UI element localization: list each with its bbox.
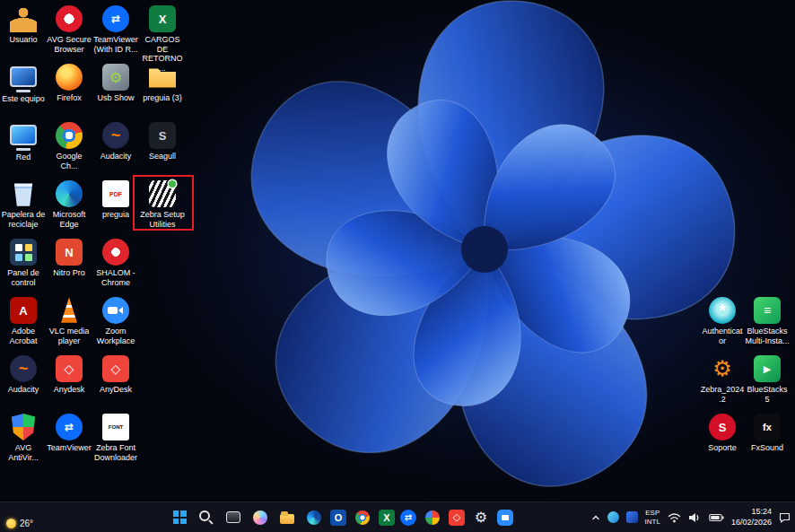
taskbar-excel-button[interactable]: X [379, 510, 395, 526]
chevron-up-icon[interactable] [591, 514, 600, 521]
clock[interactable]: 15:24 16/02/2026 [731, 507, 772, 528]
taskbar-copilot-button[interactable] [249, 506, 271, 529]
desktop: UsuarioAVG Secure Browser⇄TeamViewer (Wi… [0, 0, 795, 502]
desktop-icon-label: Audacity [93, 152, 138, 161]
desktop-icon-label: Audacity [1, 385, 46, 395]
desktop-icon-label: TeamViewer (With ID R... [93, 35, 138, 54]
firefox-icon [56, 64, 83, 91]
desktop-icon-fxsound[interactable]: fxFxSound [745, 414, 790, 453]
battery-icon[interactable] [709, 513, 724, 522]
desktop-icon-audacity[interactable]: ~Audacity [93, 122, 138, 161]
vlc-cone-icon [56, 297, 83, 324]
desktop-icon-zoom-workplace[interactable]: Zoom Workplace [93, 297, 138, 345]
audacity-icon: ~ [10, 355, 37, 382]
desktop-icon-shalom-chrome[interactable]: SHALOM - Chrome [93, 239, 138, 287]
desktop-icon-avg-secure-browser[interactable]: AVG Secure Browser [47, 5, 92, 54]
desktop-icon-usuario[interactable]: Usuario [1, 5, 46, 45]
desktop-icon-usb-show[interactable]: ⚙Usb Show [93, 64, 138, 103]
wifi-icon[interactable] [668, 512, 681, 523]
taskbar-meet-button[interactable] [422, 506, 443, 529]
acrobat-icon: A [10, 297, 37, 324]
desktop-icon-avg-antivirus[interactable]: AVG AntiVir... [1, 414, 46, 462]
desktop-icon-label: TeamViewer [47, 443, 92, 453]
desktop-icon-label: Zebra_2024.2 [700, 385, 745, 404]
control-panel-icon [10, 239, 37, 266]
avg-shield-icon [10, 414, 37, 440]
desktop-icon-zebra-2024[interactable]: ⚙Zebra_2024.2 [700, 355, 745, 404]
desktop-icon-label: Soporte [700, 443, 745, 453]
recycle-bin-icon [10, 180, 37, 207]
desktop-icon-label: Usuario [1, 35, 46, 45]
desktop-icon-seagull[interactable]: SSeagull [140, 122, 185, 161]
desktop-icon-soporte[interactable]: SSoporte [700, 414, 745, 453]
pdf-file-icon: PDF [102, 180, 129, 207]
taskbar-settings-button[interactable]: ⚙ [470, 506, 492, 529]
desktop-icon-label: Usb Show [93, 93, 138, 103]
desktop-icon-label: Papelera de reciclaje [1, 210, 46, 229]
chrome-icon [56, 122, 83, 149]
desktop-icon-authenticator[interactable]: *Authenticator [700, 297, 745, 345]
taskbar-task-view-button[interactable] [223, 506, 244, 529]
authenticator-icon: * [709, 297, 736, 324]
desktop-icon-nitro-pro[interactable]: NNitro Pro [47, 239, 92, 278]
desktop-icon-vlc[interactable]: VLC media player [47, 297, 92, 345]
desktop-icon-label: Zoom Workplace [93, 327, 138, 345]
desktop-icon-label: preguia [93, 210, 138, 220]
taskbar-center-buttons: OX⇄◇⚙ [169, 502, 513, 532]
desktop-icon-label: AVG Secure Browser [47, 35, 92, 54]
weather-widget[interactable]: 26° [6, 519, 33, 528]
desktop-icon-zebra-font-downloader[interactable]: FONTZebra Font Downloader [93, 414, 138, 462]
desktop-icon-teamviewer-id[interactable]: ⇄TeamViewer (With ID R... [93, 5, 138, 54]
desktop-icon-label: Authenticator [700, 327, 745, 345]
desktop-icon-zebra-setup-utilities[interactable]: Zebra Setup Utilities [140, 180, 185, 229]
taskbar-start-button[interactable] [169, 506, 190, 529]
desktop-icon-bluestacks-5[interactable]: ▶BlueStacks 5 [745, 355, 790, 404]
taskbar-zoom-button[interactable] [497, 510, 513, 526]
bluestacks-icon: ▶ [754, 355, 781, 382]
notification-center-icon[interactable] [779, 512, 791, 523]
desktop-icon-label: VLC media player [47, 327, 92, 345]
desktop-icon-teamviewer[interactable]: ⇄TeamViewer [47, 414, 92, 453]
fxsound-icon: fx [754, 414, 781, 440]
desktop-icon-label: preguia (3) [140, 93, 185, 103]
system-tray: ESP INTL 15:24 16/02/2026 [591, 502, 795, 532]
taskbar-explorer-button[interactable] [276, 506, 298, 529]
nitro-pro-icon: N [56, 239, 83, 266]
desktop-icon-preguia-pdf[interactable]: PDFpreguia [93, 180, 138, 220]
taskbar-search-button[interactable] [196, 506, 217, 529]
desktop-icon-adobe-acrobat[interactable]: AAdobe Acrobat [1, 297, 46, 345]
taskbar-anydesk-button[interactable]: ◇ [449, 510, 465, 526]
anydesk-icon: ◇ [56, 355, 83, 382]
taskbar-chrome-button[interactable] [352, 506, 373, 529]
teamviewer-icon: ⇄ [56, 414, 83, 440]
desktop-icon-bluestacks-multi[interactable]: ≡BlueStacks Multi-Insta... [745, 297, 790, 345]
weather-sun-icon [6, 519, 16, 528]
desktop-icon-label: Este equipo [1, 94, 46, 104]
desktop-icon-audacity-2[interactable]: ~Audacity [1, 355, 46, 395]
taskbar: 26° OX⇄◇⚙ ESP INTL 15:24 16/02/2026 [0, 501, 795, 532]
tray-app-icon-2[interactable] [626, 511, 638, 523]
edge-icon [56, 180, 83, 207]
volume-icon[interactable] [688, 512, 702, 523]
desktop-icon-firefox[interactable]: Firefox [47, 64, 92, 103]
tray-app-icon-1[interactable] [607, 511, 619, 523]
taskbar-edge-button[interactable] [303, 506, 325, 529]
font-file-icon: FONT [102, 414, 129, 440]
desktop-icon-panel-de-control[interactable]: Panel de control [1, 239, 46, 287]
desktop-icon-preguia-folder[interactable]: preguia (3) [140, 64, 185, 103]
desktop-icon-anydesk-2[interactable]: ◇AnyDesk [93, 355, 138, 395]
bluestacks-icon: ≡ [754, 297, 781, 324]
desktop-icon-label: Nitro Pro [47, 268, 92, 278]
desktop-icon-google-chrome[interactable]: Google Ch... [47, 122, 92, 170]
teamviewer-icon: ⇄ [102, 5, 129, 32]
clock-time: 15:24 [731, 507, 772, 517]
taskbar-outlook-button[interactable]: O [330, 510, 346, 526]
taskbar-teamviewer-button[interactable]: ⇄ [400, 510, 416, 526]
desktop-icon-anydesk-1[interactable]: ◇Anydesk [47, 355, 92, 395]
language-indicator[interactable]: ESP INTL [645, 509, 660, 526]
desktop-icon-red[interactable]: Red [1, 122, 46, 162]
desktop-icon-este-equipo[interactable]: Este equipo [1, 64, 46, 104]
desktop-icon-microsoft-edge[interactable]: Microsoft Edge [47, 180, 92, 229]
desktop-icon-papelera[interactable]: Papelera de reciclaje [1, 180, 46, 229]
desktop-icon-label: FxSound [745, 443, 790, 453]
